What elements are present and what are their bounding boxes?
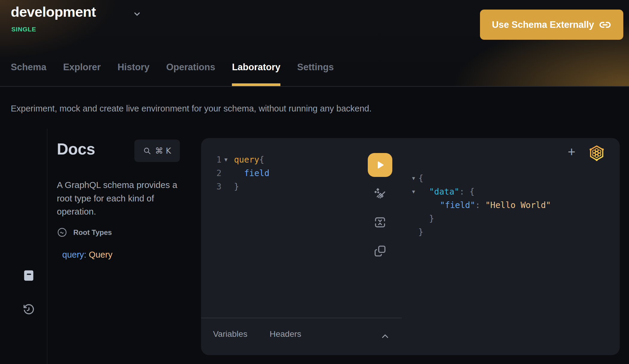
root-field-separator: : [84,250,89,259]
root-query-link[interactable]: query: Query [62,250,113,260]
page-description: Experiment, mock and create live environ… [11,104,372,114]
copy-query-icon[interactable] [373,244,387,258]
operation-card: 1 ▾ query{ 2 field 3 } [201,138,620,355]
main-tab-bar: Schema Explorer History Operations Labor… [11,62,334,86]
search-shortcut-label: ⌘ K [155,146,171,155]
editor-line: 2 field [214,166,269,180]
tab-explorer[interactable]: Explorer [63,62,101,86]
use-schema-externally-button[interactable]: Use Schema Externally [480,10,623,40]
root-type-name: Query [89,250,113,259]
tab-schema[interactable]: Schema [11,62,46,86]
close-brace: } [418,225,423,239]
tab-variables[interactable]: Variables [213,329,247,339]
close-brace: } [234,182,239,192]
response-line: ▾ { [409,172,551,185]
field-token: field [244,168,269,178]
root-types-icon [57,227,67,238]
response-line: "field": "Hello World" [409,198,551,212]
root-field-name: query [62,250,84,259]
data-key: "data" [429,187,459,197]
open-brace: { [418,172,423,185]
response-line: ▾ "data": { [409,185,551,198]
hive-logo-icon[interactable] [588,145,605,161]
root-types-section: Root Types [57,227,112,238]
docs-search-button[interactable]: ⌘ K [134,140,180,162]
header: development SINGLE Use Schema Externally… [0,0,629,87]
use-schema-externally-label: Use Schema Externally [492,19,594,30]
line-number: 3 [214,180,221,193]
laboratory-page: development SINGLE Use Schema Externally… [0,0,629,364]
merge-fragments-icon[interactable] [373,215,387,230]
root-types-label: Root Types [73,228,112,237]
response-viewer: ▾ { ▾ "data": { "field": "Hello World" }… [409,172,551,239]
fold-triangle-icon[interactable]: ▾ [409,172,418,185]
tab-headers[interactable]: Headers [270,329,301,339]
tab-settings[interactable]: Settings [297,62,334,86]
line-number: 1 [214,153,221,166]
prettify-icon[interactable] [373,187,387,201]
editor-line: 3 } [214,180,269,193]
fold-triangle-icon[interactable]: ▾ [221,153,230,166]
field-value: "Hello World" [485,200,551,210]
editor-footer-divider [201,318,402,318]
response-line: } [409,225,551,239]
link-icon [599,19,611,31]
execute-query-button[interactable] [368,153,392,177]
query-editor[interactable]: 1 ▾ query{ 2 field 3 } [214,153,269,193]
fold-triangle-icon[interactable]: ▾ [409,185,418,198]
play-icon [375,160,385,170]
collapse-panel-chevron-icon[interactable] [380,331,390,341]
tab-operations[interactable]: Operations [166,62,215,86]
tab-history[interactable]: History [118,62,150,86]
tab-laboratory[interactable]: Laboratory [232,62,280,86]
new-operation-tab-button[interactable]: + [565,145,578,158]
open-brace: { [470,187,475,197]
close-brace: } [418,212,434,225]
history-icon[interactable] [22,303,35,316]
open-brace: { [259,155,264,165]
field-key: "field" [440,200,475,210]
docs-description: A GraphQL schema provides a root type fo… [57,178,186,218]
project-title: development [11,4,96,20]
docs-icon[interactable] [22,269,36,282]
line-number: 2 [214,166,221,180]
project-dropdown-chevron-icon[interactable] [133,10,142,19]
editor-line: 1 ▾ query{ [214,153,269,166]
search-icon [143,147,151,155]
query-keyword: query [234,155,259,165]
project-type-badge: SINGLE [11,26,36,33]
laboratory-sidebar: ⌘ ⚙ [0,129,47,364]
response-line: } [409,212,551,225]
docs-panel-title: Docs [57,140,95,158]
